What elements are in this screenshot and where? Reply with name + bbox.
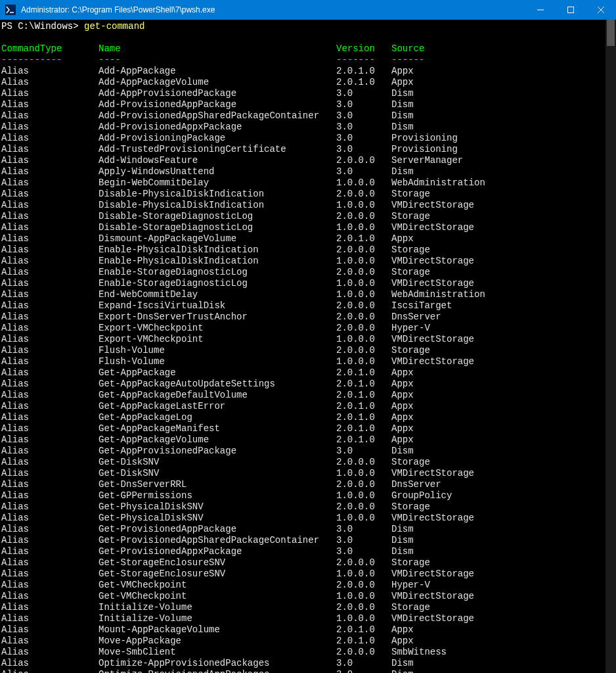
table-row: AliasGet-AppPackageLog2.0.1.0Appx [1,412,616,423]
table-row: AliasEnd-WebCommitDelay1.0.0.0WebAdminis… [1,289,616,300]
cell-s: VMDirectStorage [391,569,616,580]
table-row: AliasAdd-AppProvisionedPackage3.0Dism [1,88,616,99]
cell-v: 2.0.1.0 [336,66,391,77]
table-row: AliasGet-PhysicalDiskSNV1.0.0.0VMDirectS… [1,513,616,524]
svg-rect-0 [568,7,574,13]
cell-n: Optimize-AppProvisionedPackages [99,658,336,669]
cell-n: Begin-WebCommitDelay [99,177,336,189]
cell-s: SmbWitness [391,647,616,658]
maximize-button[interactable] [556,0,586,20]
cell-s: Provisioning [391,133,616,144]
cell-t: Alias [1,446,99,457]
cell-v: 2.0.1.0 [336,390,391,401]
cell-t: Alias [1,379,99,390]
cell-n: Initialize-Volume [99,613,336,624]
window-controls [525,0,616,20]
cell-n: Add-TrustedProvisioningCertificate [99,144,336,155]
cell-s: Dism [391,524,616,535]
table-row: AliasInitialize-Volume1.0.0.0VMDirectSto… [1,613,616,624]
cell-v: 2.0.1.0 [336,233,391,244]
cell-s: Provisioning [391,144,616,155]
table-row: AliasOptimize-ProvisionedAppPackages3.0D… [1,669,616,673]
cell-t: Alias [1,557,99,569]
cell-t: Alias [1,390,99,401]
cell-s: DnsServer [391,479,616,490]
cell-s: DnsServer [391,312,616,323]
cell-s: VMDirectStorage [391,468,616,479]
cell-s: Appx [391,390,616,401]
close-button[interactable] [586,0,616,20]
cell-s: VMDirectStorage [391,222,616,233]
cell-v: 2.0.0.0 [336,267,391,278]
cell-s: Dism [391,110,616,122]
cell-s: Hyper-V [391,580,616,591]
header-name: Name [99,43,336,55]
cell-n: Disable-StorageDiagnosticLog [99,222,336,233]
table-row: AliasGet-ProvisionedAppPackage3.0Dism [1,524,616,535]
cell-t: Alias [1,658,99,669]
terminal-area[interactable]: PS C:\Windows> get-command CommandType N… [0,20,616,673]
cell-t: Alias [1,323,99,334]
cell-s: Hyper-V [391,323,616,334]
cell-t: Alias [1,144,99,155]
cell-s: Storage [391,244,616,256]
prompt-text: PS C:\Windows> [1,21,84,32]
cell-n: Get-DiskSNV [99,468,336,479]
cell-t: Alias [1,356,99,367]
cell-n: Enable-PhysicalDiskIndication [99,244,336,256]
table-row: AliasDisable-StorageDiagnosticLog2.0.0.0… [1,211,616,222]
table-row: AliasDismount-AppPackageVolume2.0.1.0App… [1,233,616,244]
cell-v: 2.0.0.0 [336,647,391,658]
cell-v: 2.0.1.0 [336,434,391,446]
cell-n: Get-VMCheckpoint [99,591,336,602]
underline-source: ------ [391,55,616,66]
cell-s: Storage [391,345,616,356]
cell-s: Appx [391,434,616,446]
cell-t: Alias [1,77,99,88]
cell-n: Get-AppProvisionedPackage [99,446,336,457]
table-row: AliasInitialize-Volume2.0.0.0Storage [1,602,616,613]
table-header-underlines: ----------- ---- ------- ------ [1,55,616,66]
cell-v: 1.0.0.0 [336,256,391,267]
cell-n: Get-ProvisionedAppxPackage [99,546,336,557]
scrollbar-thumb[interactable] [607,20,615,46]
cell-v: 2.0.0.0 [336,244,391,256]
cell-v: 1.0.0.0 [336,200,391,211]
cell-v: 3.0 [336,99,391,110]
cell-t: Alias [1,580,99,591]
table-row: AliasGet-AppPackageLastError2.0.1.0Appx [1,401,616,412]
cell-t: Alias [1,546,99,557]
table-row: AliasGet-AppPackageDefaultVolume2.0.1.0A… [1,390,616,401]
minimize-button[interactable] [525,0,556,20]
cell-s: Appx [391,401,616,412]
cell-v: 2.0.0.0 [336,323,391,334]
cell-n: Apply-WindowsUnattend [99,166,336,177]
cell-v: 3.0 [336,122,391,133]
cell-v: 1.0.0.0 [336,569,391,580]
cell-s: Dism [391,122,616,133]
table-row: AliasGet-ProvisionedAppxPackage3.0Dism [1,546,616,557]
cell-s: VMDirectStorage [391,591,616,602]
cell-s: VMDirectStorage [391,334,616,345]
cell-t: Alias [1,535,99,546]
cell-s: Storage [391,501,616,513]
cell-v: 2.0.0.0 [336,479,391,490]
table-row: AliasFlush-Volume1.0.0.0VMDirectStorage [1,356,616,367]
cell-n: Expand-IscsiVirtualDisk [99,300,336,312]
vertical-scrollbar[interactable] [605,20,616,673]
cell-n: Add-ProvisionedAppxPackage [99,122,336,133]
table-row: AliasEnable-StorageDiagnosticLog1.0.0.0V… [1,278,616,289]
cell-t: Alias [1,457,99,468]
cell-t: Alias [1,345,99,356]
cell-t: Alias [1,669,99,673]
table-row: AliasGet-DnsServerRRL2.0.0.0DnsServer [1,479,616,490]
cell-v: 2.0.0.0 [336,602,391,613]
cell-v: 2.0.0.0 [336,501,391,513]
cell-s: GroupPolicy [391,490,616,501]
cell-t: Alias [1,177,99,189]
cell-t: Alias [1,189,99,200]
cell-v: 2.0.1.0 [336,423,391,434]
table-row: AliasAdd-ProvisionedAppxPackage3.0Dism [1,122,616,133]
cell-n: Get-AppPackageDefaultVolume [99,390,336,401]
cell-s: VMDirectStorage [391,256,616,267]
